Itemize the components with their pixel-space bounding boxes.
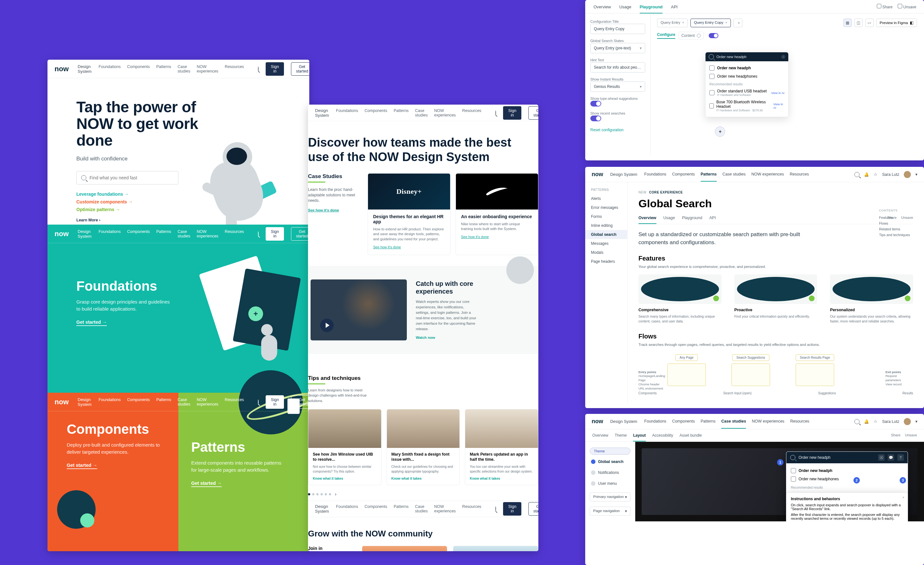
result-row[interactable]: Bose 700 Bluetooth Wireless HeadsetIT Ha… xyxy=(710,98,784,114)
tip-link[interactable]: Know what it takes xyxy=(470,477,500,480)
annotation-3-icon[interactable]: 3 xyxy=(900,477,906,484)
unsave-link[interactable]: Unsave xyxy=(898,4,916,9)
foundations-cta[interactable]: Get started xyxy=(76,319,107,326)
tab-overview[interactable]: Overview xyxy=(592,433,608,438)
nav-patterns[interactable]: Patterns xyxy=(156,229,171,238)
logo[interactable]: now xyxy=(54,230,69,238)
search-icon[interactable] xyxy=(258,66,259,72)
chevron-down-icon[interactable]: ▾ xyxy=(915,419,918,424)
search-icon[interactable] xyxy=(495,110,496,115)
tip-card[interactable]: Mary Smith fixed a design font issue wit… xyxy=(387,409,460,485)
sidebar-item-global-search[interactable]: Global search xyxy=(585,230,627,239)
nav-patterns[interactable]: Patterns xyxy=(394,504,409,513)
tab-usage[interactable]: Usage xyxy=(619,4,632,13)
toc-related[interactable]: Related items xyxy=(879,226,917,232)
share-link[interactable]: Share xyxy=(891,433,900,438)
states-select[interactable]: Query Entry (pre-text)▾ xyxy=(590,43,645,53)
tab-usage[interactable]: Usage xyxy=(663,216,675,224)
annotation-1-icon[interactable]: 1 xyxy=(777,459,783,466)
nav-resources[interactable]: Resources xyxy=(790,172,809,177)
patterns-cta[interactable]: Get started xyxy=(191,481,222,487)
bookmark-icon[interactable]: ☆ xyxy=(874,172,878,177)
get-started-button[interactable]: Get started xyxy=(528,106,538,120)
tab-overview[interactable]: Overview xyxy=(639,216,656,224)
layout-split-icon[interactable]: ◫ xyxy=(854,19,863,27)
nav-patterns[interactable]: Patterns xyxy=(701,172,717,181)
video-thumbnail[interactable] xyxy=(310,279,407,340)
get-started-button[interactable]: Get started xyxy=(291,62,309,76)
search-bar[interactable]: Order new headph ⓧ xyxy=(705,52,788,61)
configure-tab[interactable]: Configure xyxy=(657,32,675,39)
toc-flows[interactable]: Flows xyxy=(879,220,917,226)
hero-search-input[interactable] xyxy=(90,175,174,180)
close-icon[interactable]: × xyxy=(903,495,904,499)
bookmark-icon[interactable]: ☆ xyxy=(874,419,878,424)
share-link[interactable]: Share xyxy=(877,4,892,9)
nav-components[interactable]: Components xyxy=(672,172,695,177)
sign-in-button[interactable]: Sign in xyxy=(266,395,284,409)
nav-foundations[interactable]: Foundations xyxy=(99,397,121,406)
core-link[interactable]: Watch now xyxy=(416,336,435,339)
search-icon[interactable] xyxy=(854,419,860,424)
nav-components[interactable]: Components xyxy=(127,64,150,73)
nav-components[interactable]: Components xyxy=(127,229,150,238)
get-started-button[interactable]: Get started xyxy=(291,395,309,409)
primary-navigation-select[interactable]: Primary navigation▾ xyxy=(590,493,630,502)
bell-icon[interactable]: 🔔 xyxy=(864,172,869,177)
search-icon[interactable] xyxy=(495,506,496,511)
nav-foundations[interactable]: Foundations xyxy=(336,504,358,513)
nav-now-experiences[interactable]: NOW experiences xyxy=(434,108,456,117)
nav-foundations[interactable]: Foundations xyxy=(336,108,358,117)
tip-card[interactable]: See how Jim Winslow used UIB to resolve.… xyxy=(308,409,381,485)
avatar[interactable] xyxy=(904,418,911,425)
nav-patterns[interactable]: Patterns xyxy=(156,64,171,73)
logo[interactable]: now xyxy=(54,65,69,73)
sidebar-item-global-search[interactable]: Global search xyxy=(590,458,630,466)
community-card[interactable]: Sign up for the San Francisco xyxy=(453,546,538,551)
chip-query-entry[interactable]: Query Entry× xyxy=(657,19,688,27)
nav-resources[interactable]: Resources xyxy=(225,397,244,406)
nav-case-studies[interactable]: Case studies xyxy=(721,419,746,429)
nav-foundations[interactable]: Foundations xyxy=(99,64,121,73)
sign-in-button[interactable]: Sign in xyxy=(266,62,284,76)
sidebar-item-alerts[interactable]: Alerts xyxy=(585,194,627,203)
tab-layout[interactable]: Layout xyxy=(633,433,645,442)
case-card-nike[interactable]: An easier onboarding experience Nike kne… xyxy=(456,173,538,255)
case-card-link[interactable]: See how it's done xyxy=(461,235,489,239)
content-tab[interactable]: Content xyxy=(679,32,704,39)
annotation-2-icon[interactable]: 2 xyxy=(854,477,860,484)
nav-now-experiences[interactable]: NOW experiences xyxy=(434,504,456,513)
sidebar-item-user-menu[interactable]: User menu xyxy=(590,480,630,487)
nav-resources[interactable]: Resources xyxy=(462,504,482,513)
nav-now-experiences[interactable]: NOW experiences xyxy=(752,419,784,424)
layout-full-icon[interactable]: ▭ xyxy=(865,19,874,27)
case-studies-link[interactable]: See how it's done xyxy=(308,208,339,212)
typeahead-toggle[interactable] xyxy=(590,101,601,106)
chat-icon[interactable]: 💬 xyxy=(888,454,894,461)
tip-card[interactable]: Mark Peters updated an app in half the t… xyxy=(465,409,538,485)
page-navigation-select[interactable]: Page navigation▾ xyxy=(590,507,630,516)
nav-now-experiences[interactable]: NOW experiences xyxy=(752,172,784,177)
sidebar-item-forms[interactable]: Forms xyxy=(585,212,627,221)
nav-resources[interactable]: Resources xyxy=(225,64,244,73)
sidebar-item-errors[interactable]: Error messages xyxy=(585,203,627,212)
carousel-dots[interactable]: › xyxy=(308,492,538,497)
nav-components[interactable]: Components xyxy=(672,419,695,424)
tab-api[interactable]: API xyxy=(710,216,716,224)
nav-resources[interactable]: Resources xyxy=(225,229,244,238)
help-icon[interactable]: ? xyxy=(897,454,904,461)
learn-more-link[interactable]: Learn More xyxy=(76,218,309,222)
preview-figma-button[interactable]: Preview in Figma ◧ xyxy=(876,19,917,27)
search-bar[interactable]: Order new headph ⓧ 💬 ? xyxy=(786,452,908,463)
sign-in-button[interactable]: Sign in xyxy=(503,106,521,120)
community-card[interactable]: Join the San Diego design jam xyxy=(362,546,447,551)
recent-toggle[interactable] xyxy=(590,115,601,121)
unsave-link[interactable]: Unsave xyxy=(905,433,917,438)
tab-api[interactable]: API xyxy=(671,4,678,13)
tab-playground[interactable]: Playground xyxy=(682,216,702,224)
theme-pill[interactable]: Theme xyxy=(590,448,630,455)
bell-icon[interactable]: 🔔 xyxy=(864,419,869,424)
tip-link[interactable]: Know what it takes xyxy=(313,477,343,480)
nav-resources[interactable]: Resources xyxy=(790,419,810,424)
nav-case-studies[interactable]: Case studies xyxy=(415,108,428,117)
